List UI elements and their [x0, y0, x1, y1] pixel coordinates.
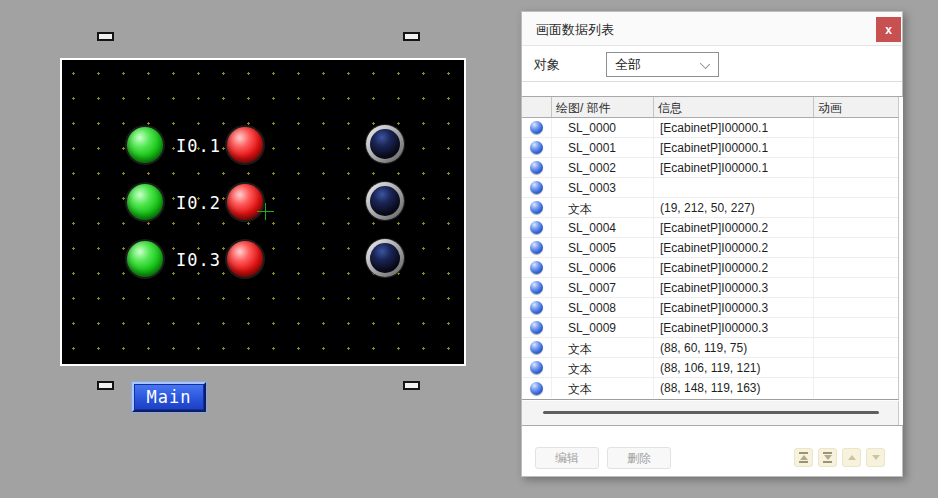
- red-lamp-icon[interactable]: [227, 241, 263, 277]
- move-down-button[interactable]: [866, 448, 885, 467]
- row-info-cell: (88, 148, 119, 163): [653, 378, 813, 398]
- table-row[interactable]: SL_0005[EcabinetP]I00000.2: [522, 238, 898, 258]
- row-icon-cell: [522, 278, 551, 297]
- panel-titlebar[interactable]: 画面数据列表 x: [522, 12, 902, 46]
- row-name-cell: SL_0004: [551, 218, 653, 237]
- table-row[interactable]: SL_0000[EcabinetP]I00000.1: [522, 118, 898, 138]
- move-up-button[interactable]: [842, 448, 861, 467]
- row-info-cell: (88, 106, 119, 121): [653, 358, 813, 377]
- lamp-lens: [370, 129, 400, 159]
- green-lamp-icon[interactable]: [127, 184, 163, 220]
- selection-handle-bottom-left[interactable]: [97, 381, 114, 390]
- row-info-cell: (88, 60, 119, 75): [653, 338, 813, 357]
- selection-handle-top-right[interactable]: [403, 32, 420, 41]
- row-info-cell: [EcabinetP]I00000.3: [653, 298, 813, 317]
- row-anim-cell: [813, 278, 898, 297]
- row-icon-cell: [522, 198, 551, 217]
- io-label: I0.3: [176, 250, 221, 270]
- selection-handle-top-left[interactable]: [97, 32, 114, 41]
- edit-button[interactable]: 编辑: [535, 447, 599, 469]
- row-info-cell: [EcabinetP]I00000.2: [653, 258, 813, 277]
- move-to-bottom-button[interactable]: [818, 448, 837, 467]
- table-row[interactable]: SL_0004[EcabinetP]I00000.2: [522, 218, 898, 238]
- dropdown-value: 全部: [615, 56, 641, 74]
- sphere-icon: [530, 221, 543, 234]
- row-icon-cell: [522, 138, 551, 157]
- sphere-icon: [530, 241, 543, 254]
- row-icon-cell: [522, 338, 551, 357]
- row-anim-cell: [813, 238, 898, 257]
- row-icon-cell: [522, 118, 551, 137]
- sphere-icon: [530, 141, 543, 154]
- screen-data-list-panel: 画面数据列表 x 对象 全部 绘图/ 部件 信息 动画 SL_0000[Ecab…: [521, 11, 903, 477]
- row-anim-cell: [813, 178, 898, 197]
- row-name-cell: 文本: [551, 338, 653, 357]
- dark-lamp-icon[interactable]: [366, 239, 404, 277]
- green-lamp-icon[interactable]: [127, 127, 163, 163]
- scrollbar-thumb[interactable]: [543, 411, 879, 414]
- dark-lamp-icon[interactable]: [366, 125, 404, 163]
- row-anim-cell: [813, 298, 898, 317]
- row-name-cell: 文本: [551, 378, 653, 398]
- row-name-cell: SL_0003: [551, 178, 653, 197]
- row-anim-cell: [813, 318, 898, 337]
- move-up-icon: [848, 455, 856, 460]
- row-icon-cell: [522, 358, 551, 377]
- row-icon-cell: [522, 298, 551, 317]
- green-lamp-icon[interactable]: [127, 241, 163, 277]
- sphere-icon: [530, 181, 543, 194]
- crosshair-cursor-icon: [257, 203, 274, 220]
- row-info-cell: [653, 178, 813, 197]
- sphere-icon: [530, 382, 543, 395]
- sphere-icon: [530, 321, 543, 334]
- move-down-icon: [872, 455, 880, 460]
- sphere-icon: [530, 121, 543, 134]
- delete-button[interactable]: 删除: [607, 447, 671, 469]
- sphere-icon: [530, 201, 543, 214]
- table-row[interactable]: SL_0009[EcabinetP]I00000.3: [522, 318, 898, 338]
- close-button[interactable]: x: [876, 17, 901, 42]
- header-info-col: 信息: [653, 97, 813, 117]
- row-anim-cell: [813, 218, 898, 237]
- row-anim-cell: [813, 378, 898, 398]
- row-name-cell: SL_0000: [551, 118, 653, 137]
- row-name-cell: SL_0002: [551, 158, 653, 177]
- hmi-screen-canvas[interactable]: I0.1 I0.2 I0.3 Main: [60, 58, 466, 366]
- table-row[interactable]: SL_0002[EcabinetP]I00000.1: [522, 158, 898, 178]
- header-icon-col: [522, 97, 551, 117]
- main-screen-button[interactable]: Main: [132, 382, 206, 412]
- filter-row: 对象 全部: [522, 47, 902, 82]
- row-anim-cell: [813, 118, 898, 137]
- table-row[interactable]: 文本(88, 60, 119, 75): [522, 338, 898, 358]
- row-info-cell: [EcabinetP]I00000.1: [653, 158, 813, 177]
- header-anim-col: 动画: [813, 97, 898, 117]
- move-to-top-button[interactable]: [794, 448, 813, 467]
- red-lamp-icon[interactable]: [227, 127, 263, 163]
- sphere-icon: [530, 341, 543, 354]
- row-info-cell: (19, 212, 50, 227): [653, 198, 813, 217]
- indicator-row-1: I0.1: [62, 127, 464, 165]
- row-icon-cell: [522, 258, 551, 277]
- dark-lamp-icon[interactable]: [366, 182, 404, 220]
- move-to-top-icon: [799, 452, 808, 454]
- horizontal-scrollbar[interactable]: [522, 401, 899, 425]
- io-label: I0.1: [176, 136, 221, 156]
- io-label: I0.2: [176, 193, 221, 213]
- table-row[interactable]: SL_0008[EcabinetP]I00000.3: [522, 298, 898, 318]
- table-row[interactable]: SL_0003: [522, 178, 898, 198]
- table-row[interactable]: SL_0001[EcabinetP]I00000.1: [522, 138, 898, 158]
- row-icon-cell: [522, 158, 551, 177]
- row-icon-cell: [522, 238, 551, 257]
- table-row[interactable]: SL_0007[EcabinetP]I00000.3: [522, 278, 898, 298]
- row-info-cell: [EcabinetP]I00000.2: [653, 238, 813, 257]
- table-row[interactable]: 文本(88, 106, 119, 121): [522, 358, 898, 378]
- object-filter-dropdown[interactable]: 全部: [606, 52, 719, 77]
- row-icon-cell: [522, 178, 551, 197]
- row-name-cell: SL_0005: [551, 238, 653, 257]
- selection-handle-bottom-right[interactable]: [403, 381, 420, 390]
- table-row[interactable]: 文本(19, 212, 50, 227): [522, 198, 898, 218]
- row-name-cell: 文本: [551, 198, 653, 217]
- table-row[interactable]: SL_0006[EcabinetP]I00000.2: [522, 258, 898, 278]
- row-name-cell: SL_0008: [551, 298, 653, 317]
- table-row[interactable]: 文本(88, 148, 119, 163): [522, 378, 898, 398]
